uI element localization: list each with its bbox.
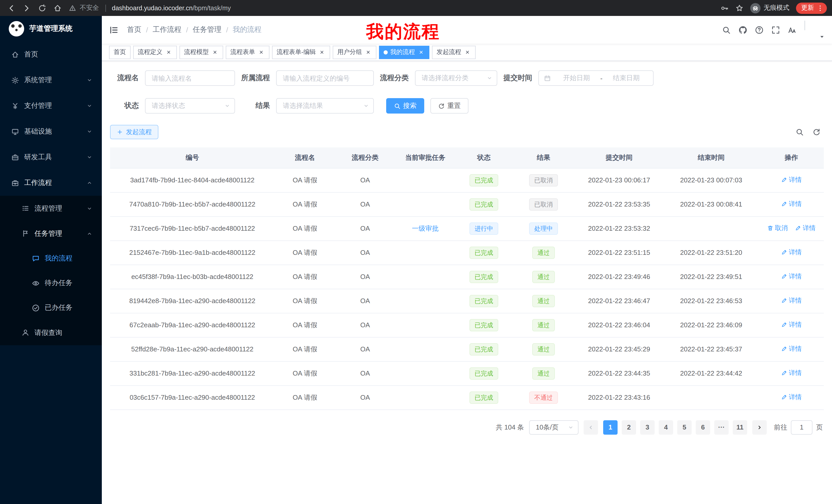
pager-more-button[interactable]: ··· (714, 420, 729, 435)
sidebar-item[interactable]: 待办任务 (0, 271, 102, 296)
sidebar-item[interactable]: 任务管理 (0, 221, 102, 246)
process-def-input[interactable] (276, 71, 374, 86)
detail-action-label: 详情 (789, 393, 802, 402)
sidebar-item[interactable]: 已办任务 (0, 296, 102, 320)
detail-action-link[interactable]: 详情 (795, 224, 815, 233)
bookmark-star-icon[interactable] (735, 4, 744, 12)
detail-action-link[interactable]: 详情 (781, 248, 802, 257)
browser-home-icon[interactable] (53, 4, 62, 12)
tab-close-icon[interactable]: × (258, 49, 265, 56)
breadcrumb-item[interactable]: 工作流程 (153, 25, 182, 34)
toggle-search-icon[interactable] (796, 128, 804, 136)
tab-close-icon[interactable]: × (165, 49, 172, 56)
page-number-button[interactable]: 11 (733, 420, 747, 435)
back-icon[interactable] (7, 4, 16, 12)
tab-close-icon[interactable]: × (464, 49, 471, 56)
cell-end-time: 2022-01-22 23:46:09 (663, 313, 759, 337)
breadcrumb-item[interactable]: 首页 (127, 25, 141, 34)
page-number-button[interactable]: 4 (659, 420, 673, 435)
infrastructure-icon (11, 128, 19, 135)
url-text[interactable]: dashboard.yudao.iocoder.cn/bpm/task/my (112, 4, 231, 11)
submit-time-range-picker[interactable]: 开始日期 - 结束日期 (538, 71, 654, 86)
status-select[interactable]: 请选择状态 (145, 98, 235, 114)
tab[interactable]: 流程表单-编辑× (272, 46, 330, 59)
next-page-button[interactable] (752, 420, 767, 435)
detail-action-link[interactable]: 详情 (781, 272, 802, 281)
user-avatar[interactable] (804, 21, 824, 38)
search-icon[interactable] (722, 25, 731, 34)
cell-category: OA (335, 168, 395, 192)
sidebar-item[interactable]: 首页 (0, 41, 102, 67)
tab-close-icon[interactable]: × (418, 49, 425, 56)
tab[interactable]: 用户分组× (333, 46, 376, 59)
page-number-button[interactable]: 1 (603, 420, 618, 435)
warning-icon[interactable] (69, 4, 76, 11)
result-select[interactable]: 请选择流结果 (276, 98, 374, 114)
top-navbar: 首页/工作流程/任务管理/我的流程 (102, 16, 832, 44)
app-logo-row[interactable]: 芋道管理系统 (0, 16, 102, 41)
browser-menu-dots-icon[interactable] (816, 4, 824, 11)
address-bar[interactable]: 不安全 dashboard.yudao.iocoder.cn/bpm/task/… (69, 4, 721, 12)
github-icon[interactable] (738, 25, 747, 34)
browser-update-button[interactable]: 更新 (796, 2, 827, 13)
url-domain: dashboard.yudao.iocoder.cn (112, 4, 192, 11)
tab[interactable]: 流程表单× (226, 46, 269, 59)
sidebar-item[interactable]: 基础设施 (0, 119, 102, 144)
sidebar-item[interactable]: 工作流程 (0, 170, 102, 196)
breadcrumb: 首页/工作流程/任务管理/我的流程 (127, 25, 261, 34)
sidebar-item[interactable]: 请假查询 (0, 320, 102, 345)
sidebar-item-label: 系统管理 (24, 76, 52, 85)
caret-down-icon[interactable] (819, 34, 825, 39)
fullscreen-icon[interactable] (771, 25, 780, 34)
detail-action-link[interactable]: 详情 (781, 176, 802, 185)
detail-action-link[interactable]: 详情 (781, 369, 802, 377)
page-number-button[interactable]: 3 (640, 420, 655, 435)
forward-icon[interactable] (23, 4, 31, 12)
sidebar-item[interactable]: 我的流程 (0, 246, 102, 271)
cancel-action-link[interactable]: 取消 (767, 224, 788, 233)
tab[interactable]: 我的流程× (379, 46, 430, 59)
page-size-value: 10条/页 (536, 423, 558, 432)
search-button[interactable]: 搜索 (386, 98, 424, 114)
goto-page-input[interactable] (791, 420, 812, 435)
detail-action-link[interactable]: 详情 (781, 297, 802, 305)
refresh-table-icon[interactable] (812, 128, 821, 136)
cell-actions: 详情 (759, 241, 824, 264)
sidebar-item[interactable]: 研发工具 (0, 144, 102, 170)
detail-action-link[interactable]: 详情 (781, 345, 802, 354)
detail-action-link[interactable]: 详情 (781, 200, 802, 208)
process-name-input[interactable] (145, 71, 235, 86)
detail-action-link[interactable]: 详情 (781, 320, 802, 329)
current-task-link[interactable]: 一级审批 (412, 224, 439, 232)
sidebar-item[interactable]: 流程管理 (0, 196, 102, 221)
tab[interactable]: 流程定义× (133, 46, 177, 59)
tab-close-icon[interactable]: × (365, 49, 372, 56)
page-size-select[interactable]: 10条/页 (529, 420, 578, 435)
category-select[interactable]: 请选择流程分类 (415, 71, 497, 86)
create-process-button[interactable]: 发起流程 (110, 125, 158, 139)
breadcrumb-item[interactable]: 任务管理 (193, 25, 222, 34)
detail-action-link[interactable]: 详情 (781, 393, 802, 402)
edit-icon (781, 274, 787, 280)
reset-button[interactable]: 重置 (431, 98, 468, 114)
page-number-button[interactable]: 5 (677, 420, 692, 435)
prev-page-button[interactable] (583, 420, 598, 435)
tab[interactable]: 流程模型× (179, 46, 223, 59)
sidebar-item[interactable]: 支付管理 (0, 93, 102, 119)
tab-close-icon[interactable]: × (211, 49, 218, 56)
tab[interactable]: 发起流程× (432, 46, 476, 59)
tab[interactable]: 首页 (109, 46, 131, 59)
cell-current-task (395, 241, 456, 264)
tab-close-icon[interactable]: × (318, 49, 326, 56)
password-key-icon[interactable] (721, 4, 729, 12)
reload-icon[interactable] (38, 4, 46, 12)
security-label[interactable]: 不安全 (80, 4, 99, 12)
sidebar-item[interactable]: 系统管理 (0, 67, 102, 93)
question-icon[interactable] (755, 25, 763, 34)
page: 不安全 dashboard.yudao.iocoder.cn/bpm/task/… (0, 0, 832, 504)
font-size-icon[interactable] (788, 25, 797, 34)
page-number-button[interactable]: 6 (696, 420, 710, 435)
page-number-button[interactable]: 2 (622, 420, 636, 435)
cell-result: 通过 (512, 289, 575, 313)
hamburger-icon[interactable] (109, 25, 119, 35)
